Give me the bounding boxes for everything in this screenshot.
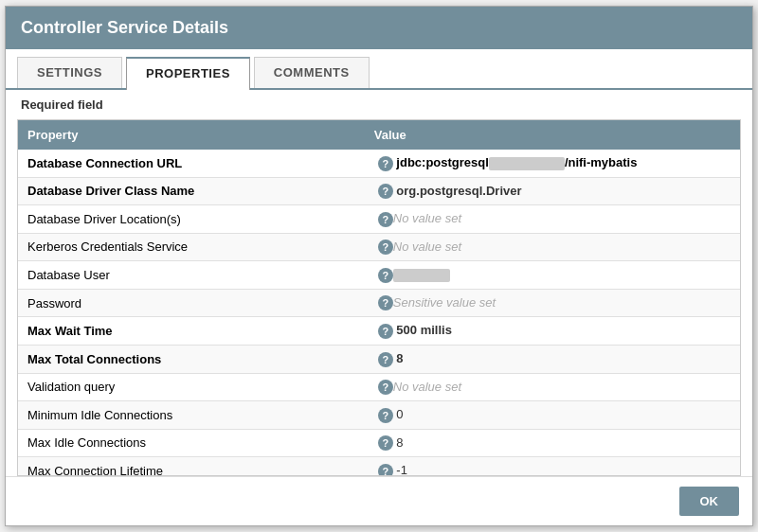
tab-comments[interactable]: COMMENTS — [254, 57, 370, 88]
info-icon[interactable]: ? — [378, 239, 393, 255]
properties-table: Property Value Database Connection URL? … — [18, 120, 740, 476]
table-row[interactable]: Validation query?No value set — [18, 373, 740, 401]
property-value: ? 500 millis — [365, 317, 740, 346]
info-icon[interactable]: ? — [378, 295, 393, 310]
dialog-title: Controller Service Details — [21, 18, 228, 37]
table-row[interactable]: Database Driver Location(s)?No value set — [18, 205, 740, 234]
property-name: Database User — [18, 261, 365, 290]
ok-button[interactable]: OK — [679, 487, 740, 516]
table-row[interactable]: Database Driver Class Name? org.postgres… — [18, 177, 740, 205]
info-icon[interactable]: ? — [378, 352, 393, 367]
property-value: ? — [365, 261, 740, 290]
table-row[interactable]: Max Total Connections? 8 — [18, 345, 740, 373]
tabs-container: SETTINGS PROPERTIES COMMENTS — [6, 49, 752, 90]
property-name: Max Wait Time — [18, 317, 365, 346]
sensitive-value-text: Sensitive value set — [393, 295, 496, 310]
dialog-body: SETTINGS PROPERTIES COMMENTS Required fi… — [6, 49, 752, 476]
info-icon[interactable]: ? — [378, 324, 393, 339]
table-row[interactable]: Database User? — [18, 261, 740, 290]
value-text: jdbc:postgresql — [393, 155, 489, 169]
dialog-footer: OK — [6, 476, 752, 525]
no-value-text: No value set — [393, 211, 461, 225]
info-icon[interactable]: ? — [378, 268, 393, 283]
table-row[interactable]: Max Idle Connections? 8 — [18, 429, 740, 457]
blurred-value — [393, 269, 450, 282]
value-text: 8 — [393, 351, 404, 365]
no-value-text: No value set — [393, 239, 461, 254]
value-text: -1 — [393, 463, 407, 476]
column-header-value: Value — [365, 120, 740, 150]
table-row[interactable]: Database Connection URL? jdbc:postgresql… — [18, 150, 740, 177]
property-name: Database Driver Location(s) — [18, 205, 365, 234]
value-text: 8 — [393, 435, 404, 450]
property-name: Minimum Idle Connections — [18, 401, 365, 430]
info-icon[interactable]: ? — [378, 380, 393, 395]
tab-settings[interactable]: SETTINGS — [17, 57, 122, 88]
info-icon[interactable]: ? — [378, 212, 393, 227]
property-name: Max Idle Connections — [18, 429, 365, 457]
property-value: ? 8 — [365, 345, 740, 373]
table-row[interactable]: Kerberos Credentials Service?No value se… — [18, 233, 740, 261]
blurred-value — [489, 157, 565, 170]
info-icon[interactable]: ? — [378, 464, 393, 476]
value-text: org.postgresql.Driver — [393, 184, 522, 198]
property-name: Max Total Connections — [18, 345, 365, 373]
table-row[interactable]: Max Connection Lifetime? -1 — [18, 457, 740, 476]
no-value-text: No value set — [393, 380, 461, 394]
required-field-label: Required field — [6, 90, 752, 119]
value-text-suffix: /nifi-mybatis — [565, 155, 638, 169]
properties-table-container[interactable]: Property Value Database Connection URL? … — [17, 119, 741, 476]
info-icon[interactable]: ? — [378, 156, 393, 171]
controller-service-dialog: Controller Service Details SETTINGS PROP… — [5, 6, 753, 526]
property-value: ? jdbc:postgresql/nifi-mybatis — [365, 150, 740, 177]
dialog-header: Controller Service Details — [6, 7, 752, 49]
property-name: Kerberos Credentials Service — [18, 233, 365, 261]
property-name: Database Driver Class Name — [18, 177, 365, 205]
property-value: ? 8 — [365, 429, 740, 457]
property-name: Password — [18, 289, 365, 317]
property-value: ?No value set — [365, 233, 740, 261]
property-value: ? -1 — [365, 457, 740, 476]
property-value: ? org.postgresql.Driver — [365, 177, 740, 205]
column-header-property: Property — [18, 120, 365, 150]
table-row[interactable]: Max Wait Time? 500 millis — [18, 317, 740, 346]
value-text: 500 millis — [393, 323, 452, 337]
info-icon[interactable]: ? — [378, 435, 393, 451]
info-icon[interactable]: ? — [378, 184, 393, 199]
property-value: ?No value set — [365, 373, 740, 401]
property-name: Database Connection URL — [18, 150, 365, 177]
property-name: Validation query — [18, 373, 365, 401]
table-row[interactable]: Password?Sensitive value set — [18, 289, 740, 317]
property-value: ? 0 — [365, 401, 740, 430]
property-name: Max Connection Lifetime — [18, 457, 365, 476]
tab-properties[interactable]: PROPERTIES — [126, 57, 250, 90]
value-text: 0 — [393, 407, 404, 421]
table-row[interactable]: Minimum Idle Connections? 0 — [18, 401, 740, 430]
property-value: ?No value set — [365, 205, 740, 234]
info-icon[interactable]: ? — [378, 408, 393, 423]
table-header-row: Property Value — [18, 120, 740, 150]
property-value: ?Sensitive value set — [365, 289, 740, 317]
